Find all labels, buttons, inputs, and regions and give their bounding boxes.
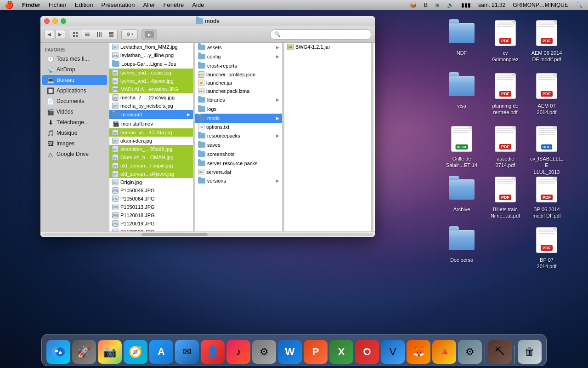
column-view-button[interactable] [93, 29, 105, 40]
list-item[interactable]: config ▶ [195, 52, 282, 61]
desktop-icon-billets[interactable]: Billets trainNime…ut.pdf [487, 175, 524, 220]
dock-photos[interactable]: 📷 [98, 340, 122, 364]
sidebar-item-telechargements[interactable]: ⬇ Télécharge... [42, 117, 107, 127]
desktop-icon-planning[interactable]: planning derentrée.pdf [487, 71, 524, 116]
dock-minecraft[interactable]: ⛏ [488, 340, 512, 364]
dock-safari[interactable]: 🧭 [124, 340, 147, 364]
dock-ppt[interactable]: P [304, 340, 328, 364]
list-item-bwg4[interactable]: jar BWG4-1.2.1.jar [284, 43, 371, 51]
list-item[interactable]: png leviathan_…y_liline.png [109, 51, 193, 59]
desktop-icon-cv-isabelle[interactable]: DOC cv_ISABELLE.ELLUL_2013 [528, 124, 565, 176]
menubar-user[interactable]: GRIMONP…MINIQUE [511, 2, 570, 8]
list-item[interactable]: jpg Origin.jpg [109, 178, 193, 186]
list-item[interactable]: versions ▶ [195, 176, 282, 185]
dock-prefs[interactable]: ⚙ [458, 340, 482, 364]
search-bar[interactable]: 🔍 [270, 29, 371, 40]
menubar-search[interactable]: 🔍 [574, 2, 584, 8]
list-item[interactable]: 🎬 mon stuff.mov [109, 119, 193, 128]
list-item-minecraft[interactable]: minecraft ▶ [109, 110, 193, 119]
dock-system[interactable]: ⚙ [252, 340, 276, 364]
desktop-icon-aem06[interactable]: AEM 06 2014DF modif.pdf [528, 18, 565, 63]
list-item[interactable]: lzma launcher.pack.lzma [195, 87, 282, 95]
list-item[interactable]: resourcepacks ▶ [195, 131, 282, 140]
list-item[interactable]: jpg necron_vs…47j08a.jpg [109, 128, 193, 137]
list-item[interactable]: jar launcher.jar [195, 79, 282, 87]
close-button[interactable] [44, 18, 50, 24]
sidebar-item-documents[interactable]: 📄 Documents [42, 96, 107, 106]
desktop-icon-bp06[interactable]: BP 06 2014modif DF.pdf [528, 175, 565, 220]
menu-fichier[interactable]: Fichier [45, 0, 70, 10]
menu-finder[interactable]: Finder [18, 0, 44, 10]
maximize-button[interactable] [61, 18, 66, 24]
sidebar-item-google-drive[interactable]: △ Google Drive [42, 149, 107, 159]
desktop-icon-grille[interactable]: XLSX Grille deSalair…ET 14 [443, 124, 480, 169]
menu-aller[interactable]: Aller [140, 0, 159, 10]
menu-edition[interactable]: Edition [71, 0, 97, 10]
list-item[interactable]: server-resource-packs [195, 159, 282, 168]
sidebar-item-tous-mes-fichiers[interactable]: 🕐 Tous mes fi... [42, 54, 107, 64]
desktop-icon-aem07[interactable]: AEM 072014.pdf [528, 71, 565, 116]
dock-word[interactable]: W [278, 340, 302, 364]
desktop-icon-archive[interactable]: Archive [443, 175, 480, 213]
desktop-icon-cv-grimonprez[interactable]: cvGrimonprez [487, 18, 524, 63]
scrollbar-track[interactable] [42, 233, 373, 236]
dock-opera[interactable]: O [355, 340, 379, 364]
list-item[interactable]: logs [195, 104, 282, 114]
dock-excel[interactable]: X [329, 340, 353, 364]
list-item[interactable]: JPG P1120020.JPG [109, 228, 193, 231]
dock-firefox[interactable]: 🦊 [407, 340, 430, 364]
list-item[interactable]: libraries ▶ [195, 95, 282, 104]
dock-vuze[interactable]: V [381, 340, 405, 364]
menubar-volume[interactable]: 🔊 [445, 2, 456, 8]
list-item[interactable]: JPG P1050113.JPG [109, 203, 193, 211]
menubar-dropbox[interactable]: 📦 [408, 2, 418, 8]
list-item[interactable]: jpg lyches_and…copie.jpg [109, 69, 193, 77]
list-item[interactable]: assets ▶ [195, 43, 282, 52]
list-item[interactable]: jpg old_servan…l copie.jpg [109, 161, 193, 170]
list-item[interactable]: JPG MADLALA…ervation.JPG [109, 85, 193, 93]
apple-menu[interactable]: 🍎 [0, 0, 18, 9]
list-item[interactable]: crash-reports [195, 61, 282, 70]
list-item[interactable]: jpg okamiden_…95dd9.jpg [109, 145, 193, 153]
sidebar-item-airdrop[interactable]: 📡 AirDrop [42, 64, 107, 75]
list-item[interactable]: jpg old_servan…d4jsvol.jpg [109, 170, 193, 178]
quicklook-button[interactable]: ▶ [141, 29, 157, 40]
forward-button[interactable]: ▶ [55, 30, 65, 39]
minimize-button[interactable] [52, 18, 58, 24]
list-view-button[interactable] [81, 29, 93, 40]
sidebar-item-videos[interactable]: 🎬 Vidéos [42, 107, 107, 117]
desktop-icon-bp07[interactable]: BP 072014.pdf [528, 225, 565, 270]
cover-flow-button[interactable] [105, 29, 117, 40]
search-input[interactable] [283, 32, 367, 37]
desktop-icon-visa[interactable]: visa [443, 71, 480, 109]
dock-appstore[interactable]: A [149, 340, 173, 364]
menubar-battery[interactable]: ▮▮▮ [459, 2, 473, 8]
dock-contacts[interactable]: 👤 [201, 340, 225, 364]
dock-trash[interactable]: 🗑 [518, 340, 542, 364]
list-item[interactable]: JPG P1050046.JPG [109, 186, 193, 195]
menubar-bluetooth[interactable]: B [422, 2, 430, 8]
list-item[interactable]: dat servers.dat [195, 168, 282, 176]
icon-view-button[interactable] [69, 29, 81, 40]
back-button[interactable]: ◀ [44, 30, 54, 39]
desktop-icon-assedic[interactable]: assedic0714.pdf [487, 124, 524, 169]
list-item[interactable]: jpg mecha_2_…22x2wq.jpg [109, 93, 193, 102]
scrollbar-thumb[interactable] [141, 233, 208, 236]
list-item[interactable]: jpg Okenuth_b…OMAN.jpg [109, 153, 193, 161]
list-item[interactable]: screenshots [195, 150, 282, 159]
list-item[interactable]: jpg Leviathan_from_MMZ.jpg [109, 43, 193, 51]
sidebar-item-bureau[interactable]: 💻 Bureau [42, 75, 107, 85]
list-item[interactable]: jpg lyches_and…4jsvox.jpg [109, 77, 193, 85]
sidebar-item-applications[interactable]: 🔲 Applications [42, 86, 107, 96]
sidebar-item-musique[interactable]: 🎵 Musique [42, 128, 107, 138]
list-item[interactable]: jpg okami-den.jpg [109, 137, 193, 145]
list-item[interactable]: JPG P1050064.JPG [109, 195, 193, 203]
list-item[interactable]: JPG P1120019.JPG [109, 219, 193, 228]
list-item[interactable]: txt options.txt [195, 123, 282, 131]
list-item-mods[interactable]: mods ▶ [195, 114, 282, 123]
list-item[interactable]: saves [195, 140, 282, 150]
sidebar-item-images[interactable]: 🖼 Images [42, 138, 107, 149]
list-item[interactable]: JPG P1120018.JPG [109, 211, 193, 219]
desktop-icon-doc-perso[interactable]: Doc perso [443, 225, 480, 264]
menu-aide[interactable]: Aide [188, 0, 208, 10]
